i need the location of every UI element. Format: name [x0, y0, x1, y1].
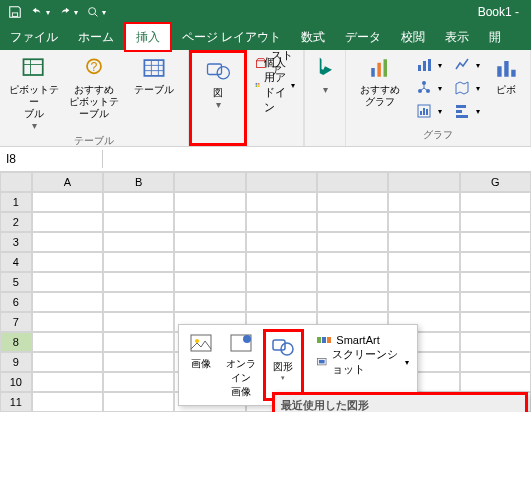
- svg-rect-14: [377, 63, 381, 77]
- svg-rect-29: [497, 66, 501, 77]
- row-5[interactable]: 5: [0, 272, 32, 292]
- col-G[interactable]: G: [460, 172, 531, 192]
- ribbon: ピボットテー ブル▾ ? おすすめ ピボットテーブル テーブル テーブル 図▾: [0, 50, 531, 147]
- tab-home[interactable]: ホーム: [68, 24, 124, 50]
- tab-view[interactable]: 表示: [435, 24, 479, 50]
- row-11[interactable]: 11: [0, 392, 32, 412]
- row-7[interactable]: 7: [0, 312, 32, 332]
- col-B[interactable]: B: [103, 172, 174, 192]
- group-addins: ストア 個人用アドイン▾: [247, 50, 304, 146]
- svg-rect-18: [428, 59, 431, 71]
- svg-rect-17: [423, 61, 426, 71]
- svg-point-35: [243, 335, 251, 343]
- svg-rect-40: [327, 337, 331, 343]
- row-3[interactable]: 3: [0, 232, 32, 252]
- title-bar: ▾ ▾ ▾ Book1 -: [0, 0, 531, 24]
- svg-rect-2: [24, 59, 43, 75]
- svg-rect-15: [384, 59, 388, 77]
- svg-rect-38: [317, 337, 321, 343]
- chart-stat-dd[interactable]: ▾: [412, 100, 446, 122]
- svg-rect-9: [256, 83, 258, 85]
- row-4[interactable]: 4: [0, 252, 32, 272]
- row-6[interactable]: 6: [0, 292, 32, 312]
- recommended-pivot-button[interactable]: ? おすすめ ピボットテーブル: [64, 52, 124, 122]
- charts-group-label: グラフ: [423, 128, 453, 144]
- svg-rect-0: [12, 13, 17, 17]
- pictures-button[interactable]: 画像: [183, 329, 219, 401]
- tab-review[interactable]: 校閲: [391, 24, 435, 50]
- tab-dev[interactable]: 開: [479, 24, 511, 50]
- tables-group-label: テーブル: [74, 134, 114, 150]
- svg-rect-32: [191, 335, 211, 351]
- tab-data[interactable]: データ: [335, 24, 391, 50]
- table-button[interactable]: テーブル: [124, 52, 184, 98]
- svg-rect-23: [420, 111, 422, 115]
- row-2[interactable]: 2: [0, 212, 32, 232]
- redo-icon[interactable]: ▾: [54, 5, 82, 19]
- svg-rect-24: [423, 108, 425, 115]
- row-9[interactable]: 9: [0, 352, 32, 372]
- book-title: Book1 -: [478, 5, 527, 19]
- svg-rect-12: [258, 85, 260, 87]
- pivotchart-button[interactable]: ピボ: [486, 52, 526, 98]
- recommended-charts-button[interactable]: おすすめ グラフ: [350, 52, 410, 110]
- svg-rect-39: [322, 337, 326, 343]
- undo-dropdown[interactable]: ▾: [46, 8, 50, 17]
- preview-icon[interactable]: ▾: [82, 5, 110, 19]
- tab-pagelayout[interactable]: ページ レイアウト: [172, 24, 291, 50]
- undo-icon[interactable]: ▾: [26, 5, 54, 19]
- bing-button[interactable]: ▾: [309, 52, 341, 98]
- svg-rect-11: [256, 85, 258, 87]
- ribbon-tabs: ファイル ホーム 挿入 ページ レイアウト 数式 データ 校閲 表示 開: [0, 24, 531, 50]
- group-illustrations: 図▾: [189, 50, 247, 146]
- col-A[interactable]: A: [32, 172, 103, 192]
- svg-rect-26: [456, 105, 466, 108]
- svg-rect-13: [371, 68, 375, 77]
- chart-hbar-dd[interactable]: ▾: [450, 100, 484, 122]
- formula-bar: I8: [0, 147, 531, 172]
- svg-rect-25: [426, 109, 428, 115]
- svg-point-7: [217, 67, 229, 79]
- group-tables: ピボットテー ブル▾ ? おすすめ ピボットテーブル テーブル テーブル: [0, 50, 189, 146]
- chart-map-dd[interactable]: ▾: [450, 77, 484, 99]
- pivottable-button[interactable]: ピボットテー ブル▾: [4, 52, 64, 134]
- svg-rect-5: [144, 60, 163, 76]
- tab-insert[interactable]: 挿入: [124, 22, 172, 52]
- shapes-button[interactable]: 図形▾: [263, 329, 305, 401]
- tab-formulas[interactable]: 数式: [291, 24, 335, 50]
- svg-point-37: [281, 343, 293, 355]
- worksheet: A B G 1234567891011 画像 オンライン 画像 図形▾ Smar…: [0, 172, 531, 412]
- svg-rect-16: [418, 65, 421, 71]
- name-box[interactable]: I8: [0, 150, 103, 168]
- row-8[interactable]: 8: [0, 332, 32, 352]
- svg-point-1: [89, 8, 96, 15]
- svg-rect-28: [456, 115, 468, 118]
- svg-text:?: ?: [91, 60, 98, 74]
- svg-rect-31: [511, 70, 515, 77]
- svg-rect-42: [319, 360, 325, 364]
- illustrations-button[interactable]: 図▾: [196, 55, 240, 113]
- svg-rect-30: [504, 61, 508, 77]
- chart-hier-dd[interactable]: ▾: [412, 77, 446, 99]
- save-icon[interactable]: [4, 5, 26, 19]
- svg-rect-6: [208, 64, 222, 75]
- svg-point-19: [422, 81, 426, 85]
- chart-bar-dd[interactable]: ▾: [412, 54, 446, 76]
- group-charts: おすすめ グラフ ▾ ▾ ▾ ▾ ▾ ▾ ピボ グラフ: [346, 50, 531, 146]
- select-all[interactable]: [0, 172, 32, 192]
- section-recent: 最近使用した図形: [275, 395, 525, 412]
- tab-file[interactable]: ファイル: [0, 24, 68, 50]
- row-10[interactable]: 10: [0, 372, 32, 392]
- screenshot-button[interactable]: スクリーンショット▾: [312, 351, 413, 373]
- svg-rect-10: [258, 83, 260, 85]
- svg-rect-27: [456, 110, 462, 113]
- shapes-gallery: 最近使用した図形 AA＼＼└○△↗⇨⇨☆{} 線 ＼＼＼↳↳↴⌐⌐⁀ 四角形 ▭…: [272, 392, 528, 412]
- online-pictures-button[interactable]: オンライン 画像: [223, 329, 259, 401]
- myaddins-button[interactable]: 個人用アドイン▾: [251, 74, 299, 96]
- group-misc: ▾: [304, 50, 346, 146]
- row-1[interactable]: 1: [0, 192, 32, 212]
- chart-line-dd[interactable]: ▾: [450, 54, 484, 76]
